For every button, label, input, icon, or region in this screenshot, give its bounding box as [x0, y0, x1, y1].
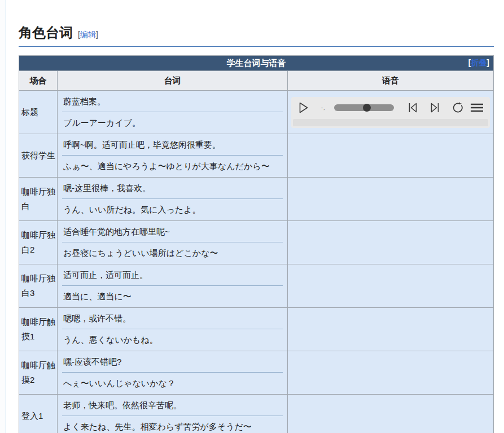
table-title-bar: 学生台词与语音 [折叠]: [19, 56, 494, 71]
table-row: 咖啡厅独白2 适合睡午觉的地方在哪里呢~ お昼寝にちょうどいい場所はどこかな〜: [19, 221, 494, 264]
edit-bracket-close: ]: [96, 30, 98, 39]
line-cell: 适合睡午觉的地方在哪里呢~ お昼寝にちょうどいい場所はどこかな〜: [58, 221, 288, 264]
section-heading: 角色台词[编辑]: [19, 25, 494, 47]
table-row: 咖啡厅触摸1 嗯嗯，或许不错。 うん、悪くないかもね。: [19, 308, 494, 351]
column-header-voice: 语音: [288, 71, 494, 91]
line-cell: 呼啊~啊。适可而止吧，毕竟悠闲很重要。 ふぁ〜、適当にやろうよ〜ゆとりが大事なん…: [58, 134, 288, 178]
voice-cell: [288, 395, 494, 433]
voice-cell: [288, 308, 494, 351]
line-japanese: よく来たね、先生。相変わらず苦労が多そうだ〜: [62, 416, 283, 433]
seek-bar[interactable]: [293, 119, 488, 126]
audio-player: -,: [291, 97, 490, 128]
line-chinese: 呼啊~啊。适可而止吧，毕竟悠闲很重要。: [62, 134, 283, 156]
line-japanese: ブルーアーカイブ。: [62, 112, 283, 134]
collapse-bracket-close: ]: [487, 58, 489, 67]
edit-link[interactable]: 编辑: [80, 30, 96, 39]
line-japanese: ふぁ〜、適当にやろうよ〜ゆとりが大事なんだから〜: [62, 156, 283, 177]
line-cell: 嗯嗯，或许不错。 うん、悪くないかもね。: [58, 308, 288, 351]
student-voice-table: 学生台词与语音 [折叠] 场合 台词 语音 标题 蔚蓝档案。 ブルーアーカイブ。: [19, 55, 494, 433]
menu-icon[interactable]: [471, 103, 483, 112]
line-cell: 嘿-应该不错吧? へぇ〜いいんじゃないかな？: [58, 351, 288, 395]
line-chinese: 嘿-应该不错吧?: [62, 351, 283, 373]
line-japanese: うん、いい所だね。気に入ったよ。: [62, 199, 283, 220]
occasion-cell: 咖啡厅独白: [19, 178, 58, 221]
page-left-border: [0, 0, 6, 433]
voice-cell: [288, 351, 494, 395]
table-row: 标题 蔚蓝档案。 ブルーアーカイブ。 -,: [19, 91, 494, 134]
line-chinese: 蔚蓝档案。: [62, 91, 283, 112]
table-row: 咖啡厅独白3 适可而止，适可而止。 適当に、適当に〜: [19, 264, 494, 308]
occasion-cell: 标题: [19, 91, 58, 134]
skip-next-icon[interactable]: [431, 103, 440, 113]
column-header-line: 台词: [58, 71, 288, 91]
content-area: 角色台词[编辑] 学生台词与语音 [折叠] 场合 台词 语音 标题 蔚蓝档案。: [19, 0, 494, 433]
line-cell: 老师，快来吧。依然很辛苦呢。 よく来たね、先生。相変わらず苦労が多そうだ〜: [58, 395, 288, 433]
play-icon[interactable]: [299, 102, 308, 113]
skip-previous-icon[interactable]: [408, 103, 417, 113]
volume-slider[interactable]: [334, 104, 394, 111]
occasion-cell: 咖啡厅独白2: [19, 221, 58, 264]
table-row: 登入1 老师，快来吧。依然很辛苦呢。 よく来たね、先生。相変わらず苦労が多そうだ…: [19, 395, 494, 433]
line-cell: 蔚蓝档案。 ブルーアーカイブ。: [58, 91, 288, 134]
line-chinese: 适可而止，适可而止。: [62, 264, 283, 286]
table-title-row: 学生台词与语音 [折叠]: [19, 56, 494, 71]
time-display: -,: [321, 105, 328, 111]
line-chinese: 适合睡午觉的地方在哪里呢~: [62, 221, 283, 242]
audio-controls: -,: [291, 97, 490, 119]
occasion-cell: 咖啡厅触摸2: [19, 351, 58, 395]
collapse-link[interactable]: 折叠: [471, 58, 487, 67]
occasion-cell: 登入1: [19, 395, 58, 433]
line-cell: 适可而止，适可而止。 適当に、適当に〜: [58, 264, 288, 308]
line-chinese: 嗯-这里很棒，我喜欢。: [62, 178, 283, 199]
collapse-toggle: [折叠]: [468, 58, 489, 68]
table-row: 咖啡厅触摸2 嘿-应该不错吧? へぇ〜いいんじゃないかな？: [19, 351, 494, 395]
line-japanese: へぇ〜いいんじゃないかな？: [62, 373, 283, 394]
page-title: 角色台词: [19, 25, 73, 40]
line-chinese: 老师，快来吧。依然很辛苦呢。: [62, 395, 283, 416]
loop-icon[interactable]: [452, 102, 463, 113]
voice-cell: [288, 178, 494, 221]
table-body: 标题 蔚蓝档案。 ブルーアーカイブ。 -,: [19, 91, 494, 433]
voice-cell: [288, 264, 494, 308]
voice-cell: [288, 221, 494, 264]
table-row: 获得学生 呼啊~啊。适可而止吧，毕竟悠闲很重要。 ふぁ〜、適当にやろうよ〜ゆとり…: [19, 134, 494, 178]
line-japanese: うん、悪くないかもね。: [62, 329, 283, 351]
line-cell: 嗯-这里很棒，我喜欢。 うん、いい所だね。気に入ったよ。: [58, 178, 288, 221]
voice-cell: -,: [288, 91, 494, 134]
section-edit: [编辑]: [78, 30, 98, 39]
column-header-occasion: 场合: [19, 71, 58, 91]
line-japanese: お昼寝にちょうどいい場所はどこかな〜: [62, 242, 283, 264]
volume-thumb[interactable]: [363, 104, 371, 112]
occasion-cell: 获得学生: [19, 134, 58, 178]
line-chinese: 嗯嗯，或许不错。: [62, 308, 283, 329]
table-title: 学生台词与语音: [227, 58, 286, 68]
column-header-row: 场合 台词 语音: [19, 71, 494, 91]
table-row: 咖啡厅独白 嗯-这里很棒，我喜欢。 うん、いい所だね。気に入ったよ。: [19, 178, 494, 221]
occasion-cell: 咖啡厅触摸1: [19, 308, 58, 351]
occasion-cell: 咖啡厅独白3: [19, 264, 58, 308]
voice-cell: [288, 134, 494, 178]
line-japanese: 適当に、適当に〜: [62, 286, 283, 307]
